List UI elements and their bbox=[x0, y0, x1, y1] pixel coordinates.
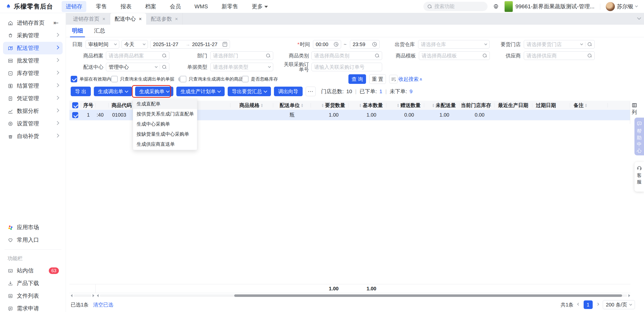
product-archive-field[interactable] bbox=[109, 53, 162, 59]
po-number-input[interactable] bbox=[311, 63, 382, 71]
prev-page-icon[interactable] bbox=[577, 303, 580, 305]
sort-icon[interactable]: ▲▼ bbox=[397, 103, 399, 107]
subtab-summary[interactable]: 汇总 bbox=[94, 25, 105, 37]
nav-item-more[interactable]: 更多 bbox=[248, 1, 272, 12]
sidebar-item-analytics[interactable]: 数据分析 bbox=[3, 105, 63, 117]
collapse-search-link[interactable]: 收起搜索 « bbox=[398, 76, 422, 83]
sidebar-item-settings[interactable]: 设置管理 bbox=[3, 117, 63, 130]
nav-item-archives[interactable]: 档案 bbox=[141, 1, 160, 12]
sidebar-item-distribution[interactable]: 配送管理 bbox=[3, 42, 63, 54]
ordered-count-link[interactable]: 1 bbox=[379, 88, 382, 94]
subtab-detail[interactable]: 明细 bbox=[72, 25, 83, 37]
sidebar-item-request[interactable]: 需求申请 bbox=[3, 302, 63, 312]
search-icon[interactable] bbox=[587, 42, 592, 47]
header-product-spec[interactable]: 商品规格▲▼ bbox=[230, 101, 273, 110]
query-plan-icon[interactable] bbox=[389, 75, 398, 83]
export-demand-summary-button[interactable]: 导出要货汇总 bbox=[228, 87, 271, 96]
scrollbar-thumb[interactable] bbox=[234, 294, 622, 297]
global-search-input[interactable] bbox=[434, 4, 477, 9]
clear-selection-link[interactable]: 清空已选 bbox=[93, 301, 113, 308]
tab-list-chevron-icon[interactable] bbox=[637, 16, 641, 20]
store-filter-select[interactable]: 请选择要货门店 bbox=[524, 40, 595, 49]
tab-distribution-params[interactable]: 配送参数× bbox=[146, 13, 183, 25]
global-search[interactable] bbox=[423, 2, 488, 11]
checkbox-icon[interactable] bbox=[180, 76, 186, 82]
sidebar-item-downloads[interactable]: 产品下载 bbox=[3, 277, 63, 290]
checkbox-valid-period[interactable]: 单据在有效期内 bbox=[71, 75, 111, 83]
page-size-select[interactable]: 200 条/页 bbox=[603, 300, 635, 309]
search-icon[interactable] bbox=[587, 53, 592, 58]
category-field[interactable] bbox=[314, 53, 375, 59]
collapse-sidebar-icon[interactable]: ⇤ bbox=[54, 19, 59, 26]
fixed-columns-scrollbar[interactable] bbox=[71, 294, 94, 297]
more-actions-button[interactable]: ⋯ bbox=[306, 87, 316, 96]
search-icon[interactable] bbox=[482, 53, 487, 58]
search-icon[interactable] bbox=[375, 53, 379, 58]
unordered-count-link[interactable]: 9 bbox=[410, 88, 413, 94]
checkbox-icon[interactable] bbox=[111, 76, 118, 82]
generate-production-plan-button[interactable]: 生成生产计划单 bbox=[176, 87, 225, 96]
sort-icon[interactable]: ▲▼ bbox=[359, 103, 362, 107]
sidebar-item-file-list[interactable]: 文件列表 bbox=[3, 290, 63, 302]
header-delivery-unit[interactable]: 配送单位▲▼ bbox=[273, 101, 311, 110]
header-demand-qty[interactable]: ▲▼要货数量 bbox=[311, 101, 349, 110]
transfer-wizard-button[interactable]: 调出向导 bbox=[274, 87, 303, 96]
po-number-field[interactable] bbox=[314, 64, 379, 70]
customer-service-button[interactable]: 客服 bbox=[634, 162, 644, 192]
sidebar-item-app-market[interactable]: 应用市场 bbox=[3, 221, 63, 234]
date-preset-select[interactable]: 今天 bbox=[122, 40, 148, 49]
nav-item-retail[interactable]: 零售 bbox=[92, 1, 111, 12]
nav-item-members[interactable]: 会员 bbox=[166, 1, 185, 12]
header-remark[interactable]: 备注▲▼ bbox=[570, 101, 608, 110]
sort-icon[interactable]: ▲▼ bbox=[432, 103, 435, 107]
export-button[interactable]: 导 出 bbox=[71, 87, 91, 96]
department-field[interactable] bbox=[213, 53, 266, 59]
checkbox-ignore-stock[interactable]: 是否忽略库存 bbox=[242, 75, 278, 83]
close-icon[interactable]: × bbox=[102, 16, 105, 22]
close-icon[interactable]: × bbox=[175, 16, 178, 22]
checkbox-no-transfer-doc[interactable]: 只查询未生成调出单的单据 ? bbox=[111, 75, 183, 83]
row-checkbox[interactable] bbox=[72, 112, 78, 118]
checkbox-checked-icon[interactable] bbox=[71, 76, 77, 82]
nav-item-wms[interactable]: WMS bbox=[190, 2, 212, 12]
user-menu[interactable]: 苏尔银 bbox=[606, 2, 637, 11]
sort-icon[interactable]: ▲▼ bbox=[321, 103, 324, 107]
time-to-input[interactable]: 23:59 bbox=[350, 40, 380, 49]
next-page-icon[interactable] bbox=[596, 303, 599, 305]
nav-item-reports[interactable]: 报表 bbox=[116, 1, 136, 12]
nav-item-inventory[interactable]: 进销存 bbox=[62, 1, 86, 12]
menu-item-supply-relation-direct[interactable]: 按供货关系生成门店直配单 bbox=[133, 109, 197, 119]
supplier-field[interactable] bbox=[527, 53, 587, 59]
sidebar-item-voucher[interactable]: 凭证管理 bbox=[3, 92, 63, 105]
doc-type-select[interactable]: 请选择单据类型 bbox=[210, 63, 273, 71]
sort-icon[interactable]: ▲▼ bbox=[301, 103, 304, 107]
template-input[interactable] bbox=[419, 51, 490, 60]
nav-item-new-retail[interactable]: 新零售 bbox=[218, 1, 242, 12]
close-icon[interactable]: × bbox=[139, 16, 142, 22]
scroll-right-icon[interactable] bbox=[93, 294, 94, 297]
search-icon[interactable] bbox=[266, 53, 270, 58]
product-archive-input[interactable] bbox=[106, 51, 169, 60]
sidebar-item-messages[interactable]: 站内信 63 bbox=[3, 264, 63, 277]
menu-item-center-purchase[interactable]: 生成中心采购单 bbox=[133, 119, 197, 129]
page-number-button[interactable]: 1 bbox=[584, 300, 593, 309]
checkbox-no-transfer-product[interactable]: 只查询未生成调出单的商品 bbox=[180, 75, 243, 83]
tab-distribution-center[interactable]: 配送中心× bbox=[110, 13, 146, 25]
scroll-left-icon[interactable] bbox=[97, 294, 99, 297]
sidebar-item-home[interactable]: 进销存首页 ⇤ bbox=[3, 17, 63, 29]
scroll-right-icon[interactable] bbox=[628, 294, 630, 297]
printer-icon[interactable] bbox=[493, 4, 499, 9]
menu-item-shortage-center-purchase[interactable]: 按缺货量生成中心采购单 bbox=[133, 129, 197, 139]
department-input[interactable] bbox=[210, 51, 273, 60]
distribution-center-select[interactable]: 管理中心 bbox=[106, 63, 169, 71]
date-type-select[interactable]: 审核时间 bbox=[86, 40, 119, 49]
search-icon[interactable] bbox=[162, 65, 167, 69]
sidebar-item-wholesale[interactable]: 批发管理 bbox=[3, 54, 63, 67]
scroll-left-icon[interactable] bbox=[71, 294, 72, 297]
header-undelivered-qty[interactable]: ▲▼未配送量 bbox=[424, 101, 459, 110]
sidebar-item-settlement[interactable]: 结算管理 bbox=[3, 80, 63, 92]
date-range-input[interactable]: 2025-11-27 → 2025-11-27 bbox=[150, 40, 230, 49]
header-gift-qty[interactable]: ▲▼赠送数量 bbox=[386, 101, 424, 110]
sidebar-item-purchase[interactable]: 采购管理 bbox=[3, 29, 63, 42]
menu-item-direct-allocation[interactable]: 生成直配单 bbox=[133, 99, 197, 109]
